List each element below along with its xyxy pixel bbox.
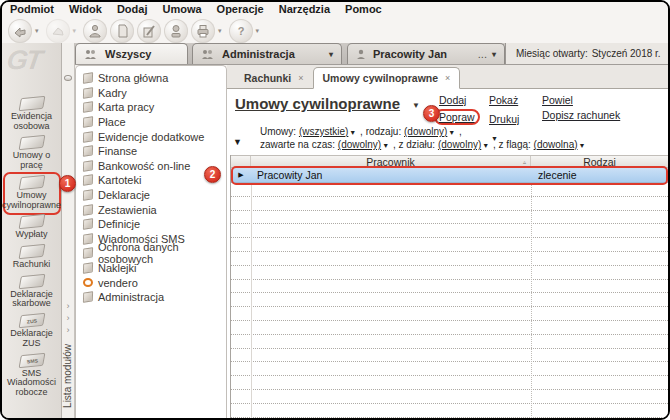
more-indicator[interactable]: ... [478, 48, 487, 60]
context-tab-pracowity-jan[interactable]: Pracowity Jan ... ▾ [347, 43, 505, 64]
filter-dzial-value[interactable]: (dowolny)▼ [438, 139, 490, 150]
filter-rodzaj-value[interactable]: (dowolny)▼ [404, 126, 456, 137]
nav-item-zestawienia[interactable]: Zestawienia [83, 202, 226, 217]
empty-row [231, 335, 668, 349]
sidebar-item-label: Ewidencja osobowa [3, 112, 61, 131]
catalogs-icon [83, 175, 93, 187]
employee-icon [87, 23, 103, 39]
context-tab-wszyscy[interactable]: Wszyscy [75, 43, 188, 64]
table-row[interactable]: ▶ Pracowity Jan zlecenie [231, 168, 668, 183]
filter-flaga-value[interactable]: (dowolna)▼ [534, 139, 587, 150]
print-button[interactable] [191, 19, 215, 43]
chevron-down-icon[interactable]: ▾ [492, 50, 496, 59]
menu-bar: Podmiot Widok Dodaj Umowa Operacje Narzę… [2, 2, 668, 17]
nav-panel: Strona główna Kadry Karta pracy Płace Ew… [75, 65, 227, 418]
nav-item-karta-pracy[interactable]: Karta pracy [83, 100, 226, 115]
open-entity-button[interactable] [8, 19, 32, 43]
nav-item-strona-glowna[interactable]: Strona główna [83, 71, 226, 86]
column-header-rodzaj[interactable]: Rodzaj [531, 156, 668, 167]
worktime-icon [83, 102, 93, 114]
filter-label: , z działu: [393, 139, 435, 150]
new-document-button[interactable] [110, 19, 134, 43]
chevron-down-icon: ▼ [482, 142, 489, 149]
add-link[interactable]: Dodaj [439, 94, 480, 106]
sidebar-item-wyplaty[interactable]: Wypłaty [3, 213, 61, 243]
reports-icon [83, 204, 93, 216]
doc-tab-umowy-cywilnoprawne[interactable]: Umowy cywilnoprawne × [313, 67, 461, 89]
empty-row [231, 211, 668, 225]
declarations-icon [83, 189, 93, 201]
menu-item-dodaj[interactable]: Dodaj [117, 3, 148, 17]
nav-item-administracja[interactable]: Administracja [83, 290, 226, 305]
gt-logo: GT [5, 45, 43, 76]
sidebar-item-rachunki[interactable]: Rachunki [3, 243, 61, 273]
column-header-pracownik[interactable]: Pracownik ▵ [251, 156, 531, 167]
finance-icon [83, 145, 93, 157]
nav-item-vendero[interactable]: vendero [83, 275, 226, 290]
sidebar-item-umowy-cywilnoprawne[interactable]: Umowy cywilnoprawne [3, 172, 61, 215]
help-dropdown-icon[interactable]: ▾ [256, 27, 260, 35]
document-tab-bar: Rachunki × Umowy cywilnoprawne × [227, 65, 668, 89]
sidebar-item-umowy-o-prace[interactable]: Umowy o pracę [3, 134, 61, 173]
nav-item-ochrona-danych-osobowych[interactable]: Ochrona danych osobowych [83, 246, 226, 261]
modules-strip[interactable]: › › › Lista modułów [62, 43, 75, 418]
group-icon [84, 49, 100, 60]
sidebar-item-sms-wiadomosci-robocze[interactable]: SMS SMS Wiadomości robocze [3, 352, 61, 401]
filter-czas-value[interactable]: (dowolny)▼ [338, 139, 390, 150]
umowy-cywilnoprawne-icon [18, 175, 45, 190]
menu-item-widok[interactable]: Widok [69, 3, 102, 17]
nav-item-deklaracje[interactable]: Deklaracje [83, 188, 226, 203]
sidebar-item-deklaracje-zus[interactable]: ZUS Deklaracje ZUS [3, 312, 61, 351]
nav-item-finanse[interactable]: Finanse [83, 144, 226, 159]
context-tab-administracja[interactable]: Administracja ▾ [192, 43, 342, 64]
nav-item-kadry[interactable]: Kadry [83, 86, 226, 101]
ewidencja-osobowa-icon [18, 96, 45, 111]
extra-records-icon [83, 131, 93, 143]
toolbar: ▾ ▾ ▾ ? ▾ [2, 17, 668, 44]
nav-item-ewidencje-dodatkowe[interactable]: Ewidencje dodatkowe [83, 129, 226, 144]
labels-icon [83, 262, 93, 274]
menu-item-podmiot[interactable]: Podmiot [10, 3, 54, 17]
nav-item-definicje[interactable]: Definicje [83, 217, 226, 232]
recent-entity-dropdown-icon[interactable]: ▾ [73, 27, 77, 35]
stamp-button[interactable] [164, 19, 188, 43]
context-tab-label: Wszyscy [105, 48, 151, 60]
person-icon [356, 49, 368, 60]
close-icon[interactable]: × [298, 73, 303, 83]
help-button[interactable]: ? [229, 19, 253, 43]
rachunki-icon [18, 244, 45, 259]
edit-document-icon [141, 23, 157, 39]
empty-row [231, 404, 668, 418]
chevron-down-icon[interactable]: ▾ [329, 50, 333, 59]
nav-item-place[interactable]: Płace [83, 115, 226, 130]
expand-chevrons-icon[interactable]: › › › [62, 301, 74, 335]
cell-rodzaj: zlecenie [531, 169, 668, 181]
doc-tab-rachunki[interactable]: Rachunki × [235, 68, 313, 88]
sidebar-item-label: Wypłaty [16, 230, 48, 240]
edit-document-button[interactable] [137, 19, 161, 43]
vendero-icon [83, 278, 93, 287]
employee-button[interactable] [83, 19, 107, 43]
empty-row [231, 197, 668, 211]
page-title[interactable]: Umowy cywilnoprawne [235, 95, 400, 112]
duplicate-link[interactable]: Powiel [542, 94, 620, 106]
filter-toggle-icon[interactable]: ▼ [233, 137, 242, 147]
show-link[interactable]: Pokaż [489, 94, 519, 106]
menu-item-pomoc[interactable]: Pomoc [345, 3, 382, 17]
close-icon[interactable]: × [445, 73, 450, 83]
sidebar-item-deklaracje-skarbowe[interactable]: Deklaracje skarbowe [3, 273, 61, 312]
open-entity-dropdown-icon[interactable]: ▾ [35, 27, 39, 35]
append-bill-link[interactable]: Dopisz rachunek [542, 109, 620, 121]
sidebar-item-ewidencja-osobowa[interactable]: Ewidencja osobowa [3, 95, 61, 134]
cell-pracownik: Pracowity Jan [251, 169, 531, 181]
menu-item-narzedzia[interactable]: Narzędzia [279, 3, 330, 17]
edit-link[interactable]: Popraw [434, 109, 480, 125]
menu-item-umowa[interactable]: Umowa [162, 3, 201, 17]
menu-item-operacje[interactable]: Operacje [217, 3, 264, 17]
recent-entity-button[interactable] [46, 19, 70, 43]
print-dropdown-icon[interactable]: ▾ [218, 27, 222, 35]
people-icon [83, 87, 93, 99]
filter-umowy-value[interactable]: (wszystkie)▼ [299, 126, 357, 137]
definitions-icon [83, 218, 93, 230]
empty-row [231, 376, 668, 390]
